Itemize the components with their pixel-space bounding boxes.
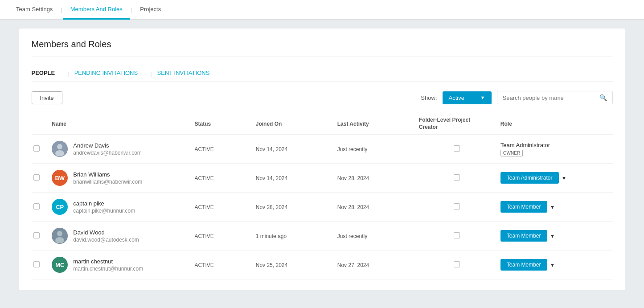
member-role-cell: Team Administrator▾ bbox=[500, 164, 613, 193]
role-text: Team Administrator bbox=[500, 142, 607, 148]
member-joined-cell: Nov 28, 2024 bbox=[256, 193, 337, 222]
folder-creator-checkbox[interactable] bbox=[454, 203, 460, 209]
members-table: Name Status Joined On Last Activity Fold… bbox=[32, 113, 613, 279]
member-name-cell: Andrew Davisandrewdavis@habenwir.com bbox=[52, 135, 194, 164]
role-button[interactable]: Team Member bbox=[500, 259, 547, 271]
nav-projects[interactable]: Projects bbox=[133, 0, 168, 20]
member-folder-cell bbox=[419, 135, 500, 164]
folder-creator-checkbox[interactable] bbox=[454, 232, 460, 238]
member-last-activity: Just recently bbox=[337, 146, 367, 152]
role-button[interactable]: Team Member bbox=[500, 201, 547, 213]
member-checkbox[interactable] bbox=[33, 203, 40, 209]
table-header-row: Name Status Joined On Last Activity Fold… bbox=[32, 113, 613, 135]
role-button[interactable]: Team Administrator bbox=[500, 172, 559, 184]
member-status: ACTIVE bbox=[195, 175, 214, 181]
member-email: andrewdavis@habenwir.com bbox=[73, 150, 142, 156]
search-input[interactable] bbox=[503, 94, 597, 101]
folder-creator-checkbox[interactable] bbox=[454, 261, 460, 267]
member-display-name: Brian Williams bbox=[73, 171, 142, 178]
avatar: BW bbox=[52, 170, 68, 186]
member-folder-cell bbox=[419, 251, 500, 279]
owner-badge: OWNER bbox=[500, 150, 523, 156]
member-activity-cell: Nov 28, 2024 bbox=[337, 164, 419, 193]
member-name-cell: BWBrian Williamsbrianwilliams@habenwir.c… bbox=[52, 164, 194, 193]
member-role-cell: Team Member▾ bbox=[500, 251, 613, 279]
member-folder-cell bbox=[419, 164, 500, 193]
nav-team-settings[interactable]: Team Settings bbox=[9, 0, 60, 20]
member-checkbox-cell bbox=[32, 193, 52, 222]
tab-pending-invitations[interactable]: PENDING INVITATIONS bbox=[74, 66, 145, 82]
svg-point-2 bbox=[55, 150, 64, 156]
member-display-name: Andrew Davis bbox=[73, 142, 142, 149]
tab-sep-1: | bbox=[62, 70, 74, 77]
tabs-bar: PEOPLE | PENDING INVITATIONS | SENT INVI… bbox=[32, 66, 613, 82]
member-display-name: captain pike bbox=[73, 200, 135, 207]
top-navigation: Team Settings | Members And Roles | Proj… bbox=[0, 0, 644, 20]
member-joined-date: 1 minute ago bbox=[256, 233, 287, 239]
member-joined-date: Nov 14, 2024 bbox=[256, 146, 287, 152]
member-checkbox[interactable] bbox=[33, 174, 40, 181]
invite-button[interactable]: Invite bbox=[32, 91, 62, 104]
member-status: ACTIVE bbox=[195, 146, 214, 152]
member-status: ACTIVE bbox=[195, 262, 214, 268]
svg-point-4 bbox=[57, 231, 62, 236]
toolbar-right: Show: Active ▼ 🔍 bbox=[421, 91, 612, 104]
page-wrapper: Members and Roles PEOPLE | PENDING INVIT… bbox=[10, 20, 634, 299]
member-status-cell: ACTIVE bbox=[195, 164, 256, 193]
member-activity-cell: Just recently bbox=[337, 222, 419, 251]
member-activity-cell: Nov 28, 2024 bbox=[337, 193, 419, 222]
svg-point-1 bbox=[57, 144, 62, 149]
role-dropdown-chevron-icon[interactable]: ▾ bbox=[551, 232, 554, 239]
nav-sep-1: | bbox=[61, 6, 62, 13]
member-checkbox[interactable] bbox=[33, 145, 40, 152]
member-checkbox[interactable] bbox=[33, 232, 40, 238]
avatar: CP bbox=[52, 199, 68, 215]
member-email: david.wood@autodesk.com bbox=[73, 237, 139, 243]
role-dropdown-chevron-icon[interactable]: ▾ bbox=[551, 203, 554, 210]
wave-footer bbox=[0, 299, 644, 308]
member-display-name: David Wood bbox=[73, 229, 139, 236]
page-title: Members and Roles bbox=[32, 39, 613, 49]
avatar bbox=[52, 141, 68, 157]
member-name-cell: CPcaptain pikecaptain.pike@hunnur.com bbox=[52, 193, 194, 222]
member-last-activity: Nov 27, 2024 bbox=[337, 262, 369, 268]
member-checkbox-cell bbox=[32, 222, 52, 251]
member-joined-cell: Nov 14, 2024 bbox=[256, 164, 337, 193]
role-dropdown-chevron-icon[interactable]: ▾ bbox=[562, 174, 566, 181]
table-head: Name Status Joined On Last Activity Fold… bbox=[32, 113, 613, 135]
role-button[interactable]: Team Member bbox=[500, 230, 547, 242]
title-divider bbox=[32, 57, 613, 57]
role-dropdown-chevron-icon[interactable]: ▾ bbox=[551, 261, 554, 268]
member-role-cell: Team Member▾ bbox=[500, 193, 613, 222]
member-checkbox-cell bbox=[32, 164, 52, 193]
member-checkbox-cell bbox=[32, 251, 52, 279]
member-display-name: martin chestnut bbox=[73, 258, 143, 265]
show-label: Show: bbox=[421, 94, 437, 101]
member-activity-cell: Nov 27, 2024 bbox=[337, 251, 419, 279]
table-row: David Wooddavid.wood@autodesk.comACTIVE1… bbox=[32, 222, 613, 251]
tab-sent-invitations[interactable]: SENT INVITATIONS bbox=[157, 66, 217, 82]
folder-creator-checkbox[interactable] bbox=[454, 174, 460, 181]
folder-creator-checkbox[interactable] bbox=[454, 145, 460, 152]
member-role-cell: Team AdministratorOWNER bbox=[500, 135, 613, 164]
member-joined-date: Nov 28, 2024 bbox=[256, 204, 287, 210]
member-details: Andrew Davisandrewdavis@habenwir.com bbox=[73, 142, 142, 156]
tab-sep-2: | bbox=[145, 70, 157, 77]
table-row: CPcaptain pikecaptain.pike@hunnur.comACT… bbox=[32, 193, 613, 222]
member-joined-cell: Nov 14, 2024 bbox=[256, 135, 337, 164]
member-details: Brian Williamsbrianwilliams@habenwir.com bbox=[73, 171, 142, 185]
tab-people[interactable]: PEOPLE bbox=[32, 66, 62, 82]
member-status-cell: ACTIVE bbox=[195, 222, 256, 251]
th-name: Name bbox=[52, 113, 194, 135]
member-checkbox[interactable] bbox=[33, 261, 40, 267]
member-name-cell: David Wooddavid.wood@autodesk.com bbox=[52, 222, 194, 251]
status-dropdown-label: Active bbox=[449, 94, 464, 101]
member-status: ACTIVE bbox=[195, 204, 214, 210]
nav-members-roles[interactable]: Members And Roles bbox=[63, 0, 130, 20]
toolbar: Invite Show: Active ▼ 🔍 bbox=[32, 91, 613, 104]
member-details: captain pikecaptain.pike@hunnur.com bbox=[73, 200, 135, 214]
member-role-cell: Team Member▾ bbox=[500, 222, 613, 251]
status-dropdown[interactable]: Active ▼ bbox=[443, 91, 492, 104]
th-role: Role bbox=[500, 113, 613, 135]
table-row: Andrew Davisandrewdavis@habenwir.comACTI… bbox=[32, 135, 613, 164]
